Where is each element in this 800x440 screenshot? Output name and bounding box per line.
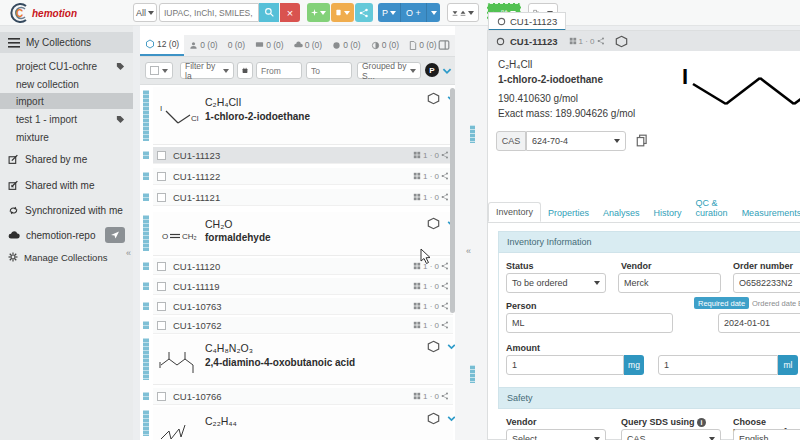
- clear-search-button[interactable]: ×: [280, 3, 300, 22]
- tab-qc-curation[interactable]: QC & curation: [689, 194, 735, 222]
- row-time-strip[interactable]: [141, 259, 151, 273]
- row-badge[interactable]: 1 · 0: [413, 193, 453, 202]
- sample-row-cu1-11121[interactable]: CU1-11121 1 · 0: [153, 189, 453, 206]
- query-sds-select[interactable]: CAS: [621, 429, 721, 440]
- tab-measurements[interactable]: Measurements: [735, 204, 800, 222]
- row-time-strip[interactable]: [141, 190, 151, 204]
- sample-row-cu1-10766[interactable]: CU1-10766 1 · 0: [153, 388, 453, 405]
- row-checkbox[interactable]: [157, 282, 166, 291]
- order-number-input[interactable]: [733, 273, 800, 293]
- row-checkbox[interactable]: [157, 392, 166, 401]
- row-time-strip[interactable]: [141, 299, 151, 313]
- molecule-group-header[interactable]: C₄H₈N₂O₃ 2,4-diamino-4-oxobutanoic acid: [153, 335, 453, 385]
- tab-analyses[interactable]: Analyses: [596, 204, 647, 222]
- ordered-date-tab[interactable]: Ordered date: [748, 297, 800, 309]
- tab-cell-lines[interactable]: 0 (0): [327, 34, 365, 56]
- sidebar-item-test1-import[interactable]: test 1 - import: [0, 111, 133, 127]
- filter-by-select[interactable]: Filter by la: [180, 62, 234, 79]
- row-time-strip[interactable]: [141, 279, 151, 293]
- vendor-input[interactable]: [618, 273, 721, 293]
- sample-row-cu1-11123[interactable]: CU1-11123 1 · 0: [153, 147, 453, 164]
- group-time-strip[interactable]: [141, 407, 151, 439]
- select-all-dropdown[interactable]: [145, 62, 173, 79]
- row-badge[interactable]: 1 · 0: [413, 172, 453, 181]
- create-element-button[interactable]: O +: [400, 3, 426, 22]
- detail-collapse-arrow[interactable]: «: [466, 246, 471, 256]
- row-checkbox[interactable]: [157, 262, 166, 271]
- date-from-input[interactable]: [256, 62, 302, 79]
- tab-reactions[interactable]: 0 (0): [184, 34, 222, 56]
- safety-section-header[interactable]: Safety: [498, 387, 800, 409]
- app-logo[interactable]: C hemotion: [8, 1, 77, 25]
- sidebar-shared-with-me[interactable]: Shared with me: [0, 176, 133, 194]
- row-badge[interactable]: 1 · 0: [413, 282, 453, 291]
- structure-canvas[interactable]: I: [668, 56, 800, 126]
- molecule-group-header[interactable]: C₂₂H₄₄: [153, 407, 453, 440]
- sidebar-item-project-cu1-ochre[interactable]: project CU1-ochre: [0, 58, 133, 74]
- sidebar-synchronized-with-me[interactable]: Synchronized with me: [0, 201, 133, 219]
- row-time-strip[interactable]: [141, 169, 151, 183]
- publish-button[interactable]: [105, 227, 125, 243]
- share-button[interactable]: [355, 3, 373, 22]
- tab-devices[interactable]: 0 (0): [366, 34, 404, 56]
- row-time-strip[interactable]: [141, 389, 151, 403]
- row-badge[interactable]: 1 · 0: [413, 321, 453, 330]
- create-element-dropdown[interactable]: [426, 3, 440, 22]
- amount-ml-input[interactable]: [658, 355, 778, 375]
- molecule-group-header[interactable]: I Cl C₂H₄ClI 1-chloro-2-iodoethane: [153, 87, 453, 145]
- filter-expand-chevron[interactable]: [441, 65, 453, 77]
- tab-inventory[interactable]: Inventory: [488, 202, 541, 222]
- inbox-actions-button[interactable]: [331, 3, 354, 22]
- permission-dropdown[interactable]: P: [378, 3, 400, 22]
- search-input[interactable]: [159, 3, 259, 22]
- sample-row-cu1-10763[interactable]: CU1-10763 1 · 0: [153, 298, 453, 315]
- expiration-date-tab[interactable]: Expirati: [794, 297, 800, 309]
- my-collections-header[interactable]: My Collections: [0, 32, 133, 53]
- search-button[interactable]: [259, 3, 279, 22]
- list-collapse-icon[interactable]: [438, 39, 450, 51]
- required-date-tab[interactable]: Required date: [694, 297, 749, 309]
- status-select[interactable]: To be ordered: [506, 273, 606, 293]
- tab-research-plans[interactable]: 0 (0): [289, 34, 327, 56]
- person-input[interactable]: [506, 313, 673, 333]
- group-time-strip[interactable]: [141, 335, 151, 383]
- divider-handle[interactable]: [468, 122, 477, 146]
- unit-mg-button[interactable]: mg: [624, 355, 644, 375]
- grouped-by-select[interactable]: Grouped by S...: [357, 62, 421, 79]
- tab-history[interactable]: History: [647, 204, 689, 222]
- sample-row-cu1-11122[interactable]: CU1-11122 1 · 0: [153, 168, 453, 185]
- sample-row-cu1-11119[interactable]: CU1-11119 1 · 0: [153, 278, 453, 295]
- row-checkbox[interactable]: [157, 172, 166, 181]
- required-date-input[interactable]: [718, 313, 800, 333]
- unit-ml-button[interactable]: ml: [778, 355, 798, 375]
- amount-mg-input[interactable]: [506, 355, 624, 375]
- row-time-strip[interactable]: [141, 148, 151, 162]
- row-checkbox[interactable]: [157, 302, 166, 311]
- row-checkbox[interactable]: [157, 193, 166, 202]
- molecule-icon[interactable]: [614, 35, 629, 48]
- calendar-button[interactable]: [237, 62, 253, 79]
- group-time-strip[interactable]: [141, 212, 151, 254]
- molecule-icon[interactable]: [426, 340, 441, 353]
- magic-actions-button[interactable]: [307, 3, 330, 22]
- group-time-strip[interactable]: [141, 87, 151, 144]
- tab-wellplates[interactable]: 0 (0): [223, 34, 250, 56]
- sample-row-cu1-11120[interactable]: CU1-11120 1 · 0: [153, 258, 453, 275]
- sidebar-item-new-collection[interactable]: new collection: [0, 76, 133, 92]
- language-select[interactable]: English: [733, 429, 800, 440]
- sidebar-collapse-arrow[interactable]: «: [126, 248, 131, 258]
- tab-screens[interactable]: 0 (0): [250, 34, 288, 56]
- cas-select[interactable]: 624-70-4: [526, 131, 626, 151]
- sidebar-manage-collections[interactable]: Manage Collections: [0, 248, 133, 266]
- sidebar-chemotion-repo[interactable]: chemotion-repo: [0, 226, 133, 244]
- sidebar-item-import[interactable]: import: [0, 93, 133, 109]
- row-badge[interactable]: 1 · 0: [413, 392, 453, 401]
- import-export-dropdown[interactable]: [447, 3, 479, 22]
- search-scope-dropdown[interactable]: All: [133, 3, 157, 22]
- tab-properties[interactable]: Properties: [541, 204, 596, 222]
- safety-vendor-select[interactable]: Select...: [506, 429, 606, 440]
- molecule-group-header[interactable]: CH₂O O CH₂ formaldehyde: [153, 212, 453, 256]
- sidebar-item-mixture[interactable]: mixture: [0, 129, 133, 145]
- row-badge[interactable]: 1 · 0: [413, 151, 453, 160]
- copy-cas-button[interactable]: [636, 134, 648, 147]
